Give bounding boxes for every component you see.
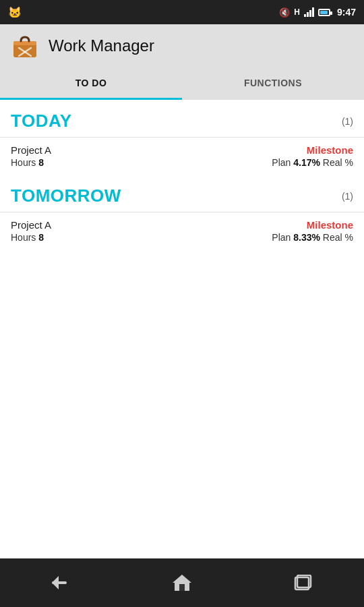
- status-time: 9:47: [337, 7, 356, 18]
- svg-rect-7: [179, 584, 185, 591]
- battery-icon: [318, 9, 330, 16]
- today-task-1-name: Project A: [11, 144, 51, 156]
- app-bar: Work Manager: [0, 24, 364, 67]
- today-title: TODAY: [11, 111, 72, 132]
- today-task-1-milestone: Milestone: [307, 144, 353, 156]
- mute-icon: 🔇: [279, 7, 290, 18]
- today-task-1-plan: Plan 4.17% Real %: [272, 157, 353, 168]
- back-icon: [51, 575, 71, 591]
- status-bar: 🐱 🔇 H 9:47: [0, 0, 364, 24]
- today-task-1[interactable]: Project A Milestone Hours 8 Plan 4.17% R…: [0, 137, 364, 175]
- today-count: (1): [342, 116, 353, 127]
- battery-fill: [320, 11, 328, 14]
- tab-todo[interactable]: TO DO: [0, 67, 182, 100]
- tomorrow-task-1[interactable]: Project A Milestone Hours 8 Plan 8.33% R…: [0, 212, 364, 250]
- svg-rect-5: [52, 581, 67, 584]
- recents-icon: [294, 575, 313, 591]
- tomorrow-task-1-plan: Plan 8.33% Real %: [272, 232, 353, 243]
- tomorrow-section-header: TOMORROW (1): [0, 175, 364, 212]
- home-button[interactable]: [162, 569, 202, 596]
- tomorrow-title: TOMORROW: [11, 185, 121, 206]
- tomorrow-task-1-name: Project A: [11, 219, 51, 231]
- back-button[interactable]: [40, 569, 81, 596]
- signal-icon: [304, 7, 314, 17]
- home-icon: [172, 573, 192, 592]
- content: TODAY (1) Project A Milestone Hours 8 Pl…: [0, 100, 364, 250]
- status-bar-left: 🐱: [8, 6, 22, 19]
- network-type-icon: H: [294, 7, 300, 17]
- app-icon: [11, 32, 39, 60]
- svg-rect-1: [13, 41, 36, 45]
- recents-button[interactable]: [283, 569, 324, 596]
- tomorrow-count: (1): [342, 191, 353, 202]
- today-section-header: TODAY (1): [0, 100, 364, 137]
- today-task-1-hours: Hours 8: [11, 157, 44, 168]
- tab-functions[interactable]: FUNCTIONS: [182, 67, 364, 100]
- tomorrow-task-1-milestone: Milestone: [307, 219, 353, 231]
- bottom-nav: [0, 558, 364, 607]
- notification-icon: 🐱: [8, 6, 22, 19]
- status-bar-right: 🔇 H 9:47: [279, 7, 356, 18]
- app-title: Work Manager: [49, 36, 154, 55]
- tabs: TO DO FUNCTIONS: [0, 67, 364, 100]
- tomorrow-task-1-hours: Hours 8: [11, 232, 44, 243]
